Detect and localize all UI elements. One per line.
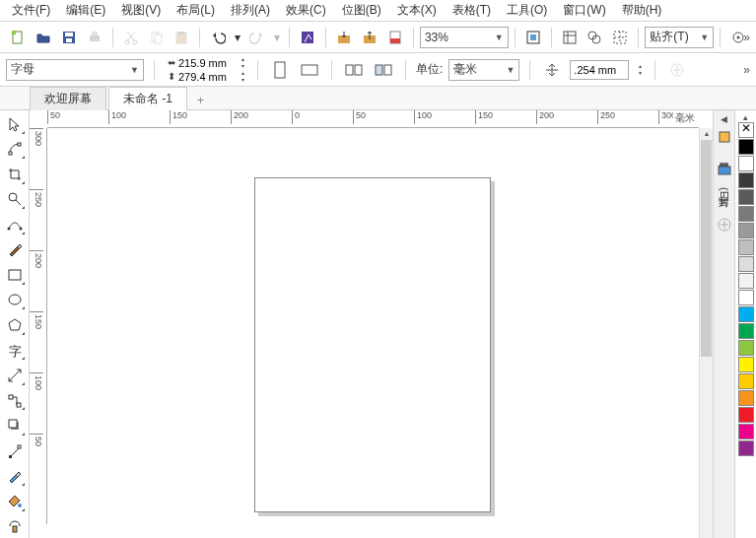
ruler-vertical[interactable]: 30025020015010050	[30, 128, 47, 524]
color-swatch[interactable]	[738, 424, 754, 439]
envelope-icon[interactable]	[716, 162, 733, 179]
menu-arrange[interactable]: 排列(A)	[223, 0, 278, 21]
current-page-button[interactable]	[372, 58, 395, 82]
save-button[interactable]	[57, 26, 81, 49]
menu-file[interactable]: 文件(F)	[4, 0, 58, 21]
connector-tool[interactable]	[3, 389, 27, 413]
copy-button[interactable]	[145, 26, 169, 49]
rectangle-tool[interactable]	[3, 263, 27, 287]
cut-button[interactable]	[119, 26, 143, 49]
color-swatch[interactable]	[738, 340, 754, 356]
menu-bitmap[interactable]: 位图(B)	[334, 0, 389, 21]
page-size-combo[interactable]: 字母 ▼	[6, 59, 144, 81]
color-swatch[interactable]	[738, 273, 754, 289]
color-swatch[interactable]	[738, 440, 754, 456]
docker-add-icon[interactable]	[716, 216, 733, 234]
docker-envelope[interactable]: 封套(E)	[717, 183, 731, 206]
show-grid-button[interactable]	[583, 26, 606, 49]
scroll-up-arrow[interactable]: ▴	[700, 128, 713, 140]
pick-tool[interactable]	[3, 112, 27, 136]
redo-dropdown[interactable]: ▾	[271, 26, 283, 49]
export-button[interactable]	[358, 26, 381, 49]
import-button[interactable]	[332, 26, 356, 49]
color-swatch[interactable]	[738, 206, 754, 222]
menu-view[interactable]: 视图(V)	[113, 0, 169, 21]
color-swatch[interactable]	[738, 256, 754, 272]
menu-effects[interactable]: 效果(C)	[278, 0, 334, 21]
page-width-input[interactable]	[178, 56, 238, 70]
canvas[interactable]	[47, 128, 699, 538]
menu-table[interactable]: 表格(T)	[445, 0, 499, 21]
print-button[interactable]	[83, 26, 106, 49]
vertical-scrollbar[interactable]: ▴	[699, 128, 713, 538]
menu-tools[interactable]: 工具(O)	[499, 0, 555, 21]
tab-welcome[interactable]: 欢迎屏幕	[30, 87, 106, 110]
undo-button[interactable]	[206, 26, 230, 49]
ellipse-tool[interactable]	[3, 289, 27, 312]
units-combo[interactable]: 毫米 ▼	[448, 59, 519, 81]
portrait-button[interactable]	[268, 58, 292, 82]
color-swatch[interactable]	[738, 357, 754, 372]
smart-fill-tool[interactable]	[3, 515, 27, 539]
scroll-thumb[interactable]	[701, 140, 712, 357]
object-properties-icon[interactable]	[716, 128, 733, 146]
menu-edit[interactable]: 编辑(E)	[58, 0, 113, 21]
color-swatch[interactable]	[738, 189, 754, 205]
undo-dropdown[interactable]: ▾	[232, 26, 243, 49]
nudge-input[interactable]	[570, 60, 629, 80]
propbar-overflow[interactable]: »	[743, 63, 750, 77]
add-tab-button[interactable]: +	[189, 92, 212, 109]
color-swatch[interactable]	[738, 373, 754, 389]
color-swatch[interactable]	[738, 223, 754, 238]
color-swatch[interactable]	[738, 290, 754, 305]
parallel-dimension-tool[interactable]	[3, 364, 27, 387]
docker-object-properties[interactable]: 对象属性	[717, 150, 731, 158]
color-swatch[interactable]	[738, 390, 754, 406]
color-swatch[interactable]	[738, 156, 754, 171]
zoom-tool[interactable]	[3, 188, 27, 212]
show-rulers-button[interactable]	[558, 26, 582, 49]
duplicate-distance-button[interactable]	[665, 58, 689, 82]
freehand-tool[interactable]	[3, 213, 27, 236]
color-swatch[interactable]	[738, 239, 754, 255]
snap-to-combo[interactable]: 贴齐(T) ▼	[645, 27, 714, 48]
search-content-button[interactable]	[296, 26, 319, 49]
tab-document[interactable]: 未命名 -1	[108, 87, 187, 110]
menu-window[interactable]: 窗口(W)	[555, 0, 613, 21]
all-pages-button[interactable]	[342, 58, 366, 82]
interactive-fill-tool[interactable]	[3, 490, 27, 513]
fullscreen-preview-button[interactable]	[521, 26, 545, 49]
landscape-button[interactable]	[298, 58, 321, 82]
redo-button[interactable]	[245, 26, 269, 49]
open-button[interactable]	[32, 26, 55, 49]
new-button[interactable]	[6, 26, 30, 49]
width-spinner[interactable]: ▴▾	[238, 56, 247, 70]
toolbar-overflow[interactable]: »	[743, 31, 750, 44]
artistic-media-tool[interactable]	[3, 238, 27, 262]
transparency-tool[interactable]	[3, 439, 27, 463]
height-spinner[interactable]: ▴▾	[238, 70, 247, 84]
shape-tool[interactable]	[3, 138, 27, 162]
publish-pdf-button[interactable]	[383, 26, 407, 49]
eyedropper-tool[interactable]	[3, 464, 27, 488]
color-swatch[interactable]	[738, 172, 754, 188]
crop-tool[interactable]	[3, 163, 27, 186]
polygon-tool[interactable]	[3, 313, 27, 337]
text-tool[interactable]: 字	[3, 339, 27, 363]
color-swatch[interactable]	[738, 139, 754, 155]
menu-text[interactable]: 文本(X)	[389, 0, 445, 21]
zoom-level-combo[interactable]: 33% ▼	[420, 27, 509, 48]
docker-expand-icon[interactable]: ◀	[721, 114, 727, 124]
ruler-horizontal[interactable]: 50100150200050100150200250300	[47, 110, 699, 128]
paste-button[interactable]	[171, 26, 194, 49]
show-guidelines-button[interactable]	[608, 26, 632, 49]
color-swatch[interactable]	[738, 306, 754, 322]
drop-shadow-tool[interactable]	[3, 414, 27, 437]
color-swatch[interactable]	[738, 122, 754, 138]
color-swatch[interactable]	[738, 323, 754, 339]
nudge-spinner[interactable]: ▴▾	[635, 63, 645, 77]
color-swatch[interactable]	[738, 407, 754, 423]
menu-layout[interactable]: 布局(L)	[169, 0, 223, 21]
page-height-input[interactable]	[178, 70, 238, 84]
menu-help[interactable]: 帮助(H)	[614, 0, 670, 21]
